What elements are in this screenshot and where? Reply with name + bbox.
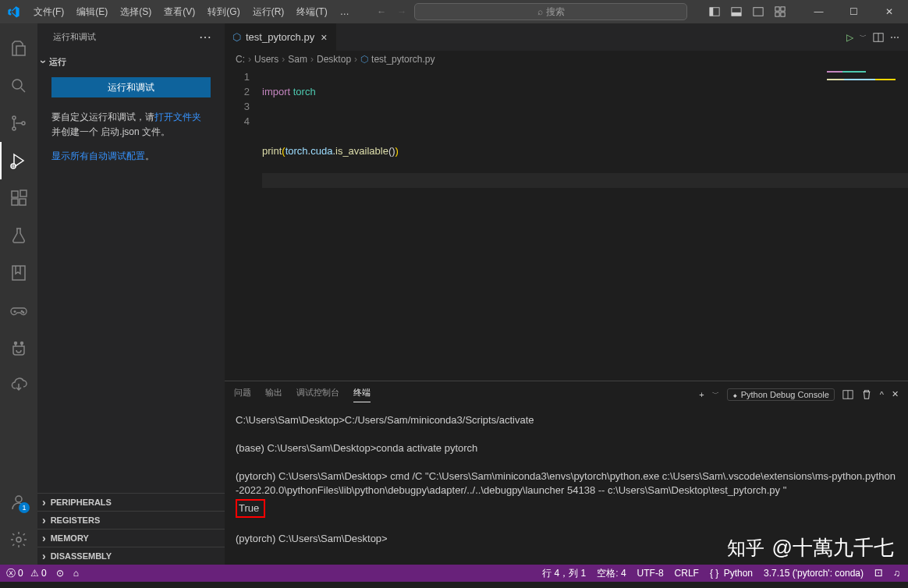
game-controller-icon[interactable]	[0, 292, 37, 329]
menu-edit[interactable]: 编辑(E)	[70, 0, 114, 23]
toggle-panel-bottom-icon[interactable]	[728, 3, 745, 20]
editor-more-icon[interactable]: ⋯	[890, 32, 900, 43]
customize-layout-icon[interactable]	[771, 3, 789, 20]
menu-terminal[interactable]: 终端(T)	[290, 0, 333, 23]
status-bell-icon[interactable]: ♫	[893, 568, 900, 579]
explorer-icon[interactable]	[0, 30, 37, 67]
show-configs-suffix: 。	[145, 151, 154, 161]
cloud-download-icon[interactable]	[0, 367, 37, 404]
terminal-body[interactable]: C:\Users\Sam\Desktop>C:/Users/Sam/minico…	[225, 407, 908, 565]
close-panel-icon[interactable]: ✕	[892, 389, 899, 399]
status-encoding[interactable]: UTF-8	[637, 568, 664, 579]
sidebar-more-icon[interactable]: ⋯	[199, 30, 212, 44]
debug-console-tab[interactable]: 调试控制台	[296, 387, 339, 402]
tab-test-pytorch[interactable]: ⬡ test_pytorch.py ×	[225, 23, 337, 51]
extensions-icon[interactable]	[0, 179, 37, 217]
menu-select[interactable]: 选择(S)	[114, 0, 158, 23]
svg-rect-6	[781, 7, 785, 11]
menu-more[interactable]: …	[334, 0, 356, 23]
run-section-header[interactable]: 运行	[37, 54, 225, 69]
status-radio-icon[interactable]: ⊙	[56, 568, 64, 579]
problems-tab[interactable]: 问题	[234, 387, 251, 402]
toggle-panel-left-icon[interactable]	[706, 3, 723, 20]
code[interactable]: import torch print(torch.cuda.is_availab…	[262, 68, 908, 381]
testing-icon[interactable]	[0, 217, 37, 254]
run-section-label: 运行	[49, 56, 66, 68]
svg-rect-4	[754, 8, 763, 16]
nav-forward-icon[interactable]: →	[394, 5, 410, 19]
minimize-button[interactable]: —	[801, 0, 836, 23]
line-num-3: 3	[225, 99, 250, 114]
status-errors[interactable]: ⓧ0 ⚠0	[6, 567, 47, 580]
run-dropdown-icon[interactable]: ﹀	[860, 32, 867, 42]
split-terminal-icon[interactable]	[842, 389, 853, 400]
run-and-debug-button[interactable]: 运行和调试	[51, 77, 211, 97]
status-spaces[interactable]: 空格: 4	[597, 567, 626, 580]
close-tab-icon[interactable]: ×	[319, 31, 328, 44]
run-debug-icon[interactable]	[0, 142, 37, 179]
bc-file[interactable]: test_pytorch.py	[371, 54, 434, 65]
bc-sam[interactable]: Sam	[288, 54, 307, 65]
accounts-icon[interactable]: 1	[0, 484, 37, 521]
title-right-controls: — ☐ ✕	[706, 0, 908, 23]
line-num-2: 2	[225, 84, 250, 99]
split-editor-icon[interactable]	[873, 32, 884, 43]
breadcrumb[interactable]: C:› Users› Sam› Desktop› ⬡ test_pytorch.…	[225, 51, 908, 68]
bc-users[interactable]: Users	[254, 54, 278, 65]
chevron-right-icon	[42, 496, 46, 508]
svg-rect-16	[12, 199, 18, 205]
registers-panel[interactable]: REGISTERS	[37, 511, 225, 529]
terminal-dropdown-icon[interactable]: ﹀	[712, 389, 719, 399]
svg-rect-17	[20, 199, 26, 205]
bottom-panel: 问题 输出 调试控制台 终端 +﹀ ⬥Python Debug Console …	[225, 381, 908, 565]
source-control-icon[interactable]	[0, 104, 37, 142]
show-auto-configs-link[interactable]: 显示所有自动调试配置	[51, 151, 145, 161]
bookmark-icon[interactable]	[0, 254, 37, 292]
status-home-icon[interactable]: ⌂	[73, 568, 79, 579]
registers-label: REGISTERS	[51, 515, 101, 525]
open-folder-link[interactable]: 打开文件夹	[154, 112, 201, 122]
error-icon: ⓧ	[6, 567, 16, 580]
memory-panel[interactable]: MEMORY	[37, 529, 225, 547]
robot-icon[interactable]	[0, 329, 37, 367]
disassembly-panel[interactable]: DISASSEMBLY	[37, 547, 225, 565]
line-num-4: 4	[225, 114, 250, 129]
search-activity-icon[interactable]	[0, 67, 37, 104]
svg-point-9	[12, 80, 22, 89]
menu-file[interactable]: 文件(F)	[27, 0, 70, 23]
command-search[interactable]: ⌕ 搜索	[414, 3, 687, 20]
nav-back-icon[interactable]: ←	[374, 5, 389, 19]
menu-view[interactable]: 查看(V)	[158, 0, 201, 23]
menu-go[interactable]: 转到(G)	[201, 0, 246, 23]
editor-area: ⬡ test_pytorch.py × ▷﹀ ⋯ C:› Users› Sam›…	[225, 23, 908, 565]
new-terminal-icon[interactable]: +	[699, 390, 704, 399]
toggle-panel-right-icon[interactable]	[750, 3, 767, 20]
close-button[interactable]: ✕	[871, 0, 906, 23]
bc-desktop[interactable]: Desktop	[317, 54, 351, 65]
hint-text: 要自定义运行和调试，请打开文件夹 并创建一个 启动.json 文件。	[37, 105, 225, 144]
maximize-panel-icon[interactable]: ^	[880, 390, 884, 399]
minimap[interactable]	[827, 71, 897, 110]
peripherals-panel[interactable]: PERIPHERALS	[37, 493, 225, 511]
status-language[interactable]: { } Python	[710, 568, 753, 579]
settings-gear-icon[interactable]	[0, 521, 37, 558]
activity-bar: 1	[0, 23, 37, 565]
status-feedback-icon[interactable]: ⚀	[874, 568, 882, 579]
activity-bottom: 1	[0, 484, 37, 558]
terminal-selector[interactable]: ⬥Python Debug Console	[727, 388, 835, 401]
bc-c[interactable]: C:	[236, 54, 245, 65]
maximize-button[interactable]: ☐	[836, 0, 871, 23]
run-file-icon[interactable]: ▷	[846, 32, 853, 43]
tab-filename: test_pytorch.py	[246, 31, 314, 43]
status-line-col[interactable]: 行 4，列 1	[542, 567, 586, 580]
main: 1 运行和调试 ⋯ 运行 运行和调试 要自定义运行和调试，请打开文件夹 并创建一…	[0, 23, 908, 565]
terminal-tab[interactable]: 终端	[353, 387, 371, 402]
status-eol[interactable]: CRLF	[675, 568, 699, 579]
kill-terminal-icon[interactable]	[861, 389, 872, 400]
output-tab[interactable]: 输出	[265, 387, 282, 402]
editor-body[interactable]: 1 2 3 4 import torch print(torch.cuda.is…	[225, 68, 908, 381]
status-interpreter[interactable]: 3.7.15 ('pytorch': conda)	[764, 568, 864, 579]
window-controls: — ☐ ✕	[801, 0, 906, 23]
menu-run[interactable]: 运行(R)	[247, 0, 291, 23]
disassembly-label: DISASSEMBLY	[51, 551, 112, 561]
